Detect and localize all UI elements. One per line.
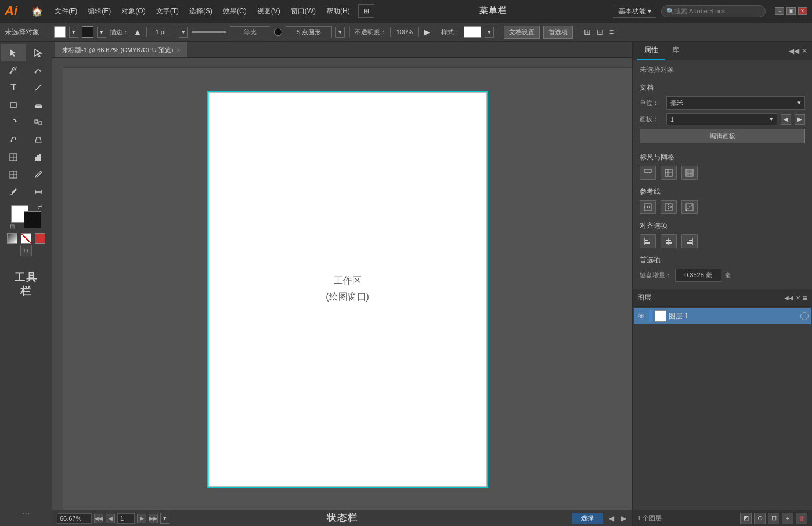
- layer-visibility-icon[interactable]: 👁: [636, 312, 647, 320]
- tab-library[interactable]: 库: [665, 42, 686, 60]
- align-left-btn[interactable]: [640, 234, 656, 248]
- rect-tool[interactable]: [1, 96, 26, 114]
- eyedropper-tool[interactable]: [1, 183, 26, 201]
- menu-view[interactable]: 视图(V): [252, 4, 285, 19]
- more-tools-btn[interactable]: ···: [20, 506, 32, 521]
- eraser-tool[interactable]: [26, 96, 51, 114]
- close-button[interactable]: ✕: [798, 7, 807, 15]
- prev-page-btn[interactable]: ◀◀: [94, 514, 103, 523]
- more-icon-btn[interactable]: ≡: [608, 26, 615, 38]
- gradient-btn[interactable]: [7, 233, 17, 244]
- menu-select[interactable]: 选择(S): [185, 4, 217, 19]
- align-icon-btn[interactable]: ⊟: [596, 26, 605, 38]
- workspace-icon-btn[interactable]: ⊞: [358, 4, 374, 18]
- artboard-next-btn[interactable]: ▶: [795, 114, 805, 125]
- pen-tool[interactable]: [1, 61, 26, 79]
- status-left-nav[interactable]: ◀: [608, 514, 615, 523]
- type-tool[interactable]: T: [1, 79, 26, 96]
- line-segment-tool[interactable]: [26, 79, 51, 96]
- guide-icon-btn1[interactable]: [640, 200, 656, 214]
- fill-dropdown[interactable]: ▾: [69, 27, 78, 38]
- menu-effect[interactable]: 效果(C): [218, 4, 251, 19]
- keyboard-value[interactable]: 0.3528 毫: [675, 269, 721, 282]
- blend-tool[interactable]: [26, 114, 51, 131]
- mesh-tool[interactable]: [1, 148, 26, 166]
- pixel-grid-icon-btn[interactable]: [681, 166, 698, 180]
- swap-colors-btn[interactable]: ⇌: [38, 204, 42, 211]
- panel-collapse-btn[interactable]: ◀◀: [789, 47, 799, 55]
- layer-item[interactable]: 👁 图层 1: [634, 308, 811, 324]
- menu-type[interactable]: 文字(T): [151, 4, 183, 19]
- stroke-color-swatch[interactable]: [24, 211, 41, 228]
- point-dropdown[interactable]: ▾: [335, 27, 345, 38]
- stroke-up-btn[interactable]: ▲: [132, 26, 143, 38]
- layers-close-btn[interactable]: ✕: [796, 295, 800, 301]
- grid-icon-btn[interactable]: [661, 166, 677, 180]
- working-canvas[interactable]: 工作区 (绘图窗口): [63, 68, 632, 510]
- new-sublayer-btn[interactable]: +: [782, 513, 793, 524]
- ruler-icon-btn[interactable]: [640, 166, 656, 180]
- page-input[interactable]: 1: [117, 513, 135, 524]
- layers-menu-btn[interactable]: ≡: [803, 293, 807, 303]
- collect-in-new-layer-btn[interactable]: ⊞: [768, 513, 779, 524]
- home-icon-btn[interactable]: 🏠: [31, 6, 43, 17]
- warp-tool[interactable]: [1, 131, 26, 148]
- selection-tool[interactable]: [1, 44, 26, 61]
- perspective-tool[interactable]: [26, 131, 51, 148]
- delete-layer-btn[interactable]: 🗑: [796, 513, 807, 524]
- curvature-tool[interactable]: [26, 61, 51, 79]
- doc-settings-button[interactable]: 文档设置: [504, 26, 540, 39]
- minimize-button[interactable]: －: [775, 7, 784, 15]
- layer-target-btn[interactable]: [800, 312, 809, 320]
- opacity-more-btn[interactable]: ▶: [423, 26, 431, 38]
- guide-icon-btn3[interactable]: [681, 200, 698, 214]
- make-clipping-mask-btn[interactable]: ◩: [740, 513, 752, 524]
- prev-btn[interactable]: ◀: [106, 514, 115, 523]
- document-tab[interactable]: 未标题-1 @ 66.67% (CMYK/GPU 预览) ×: [55, 42, 187, 57]
- align-right-btn[interactable]: [681, 234, 698, 248]
- restore-button[interactable]: ▣: [786, 7, 796, 15]
- stroke-dropdown[interactable]: ▾: [97, 27, 106, 38]
- menu-window[interactable]: 窗口(W): [286, 4, 320, 19]
- search-bar[interactable]: 🔍 搜索 Adobe Stock: [661, 5, 766, 17]
- rotate-tool[interactable]: [1, 114, 26, 131]
- preferences-button[interactable]: 首选项: [543, 26, 573, 39]
- point-value[interactable]: 5 点圆形: [286, 26, 332, 38]
- locate-object-btn[interactable]: ⊕: [754, 513, 766, 524]
- stroke-unit-dropdown[interactable]: ▾: [179, 27, 188, 38]
- stroke-swatch[interactable]: [82, 26, 93, 38]
- opacity-value[interactable]: 100%: [390, 27, 419, 37]
- layers-collapse-btn[interactable]: ◀◀: [784, 295, 793, 301]
- reset-colors-btn[interactable]: ⊡: [10, 223, 15, 230]
- menu-object[interactable]: 对象(O): [117, 4, 150, 19]
- zoom-input[interactable]: 66.67%: [57, 513, 92, 524]
- status-right-nav[interactable]: ▶: [620, 514, 627, 523]
- slice-tool[interactable]: [1, 166, 26, 183]
- next-page-btn[interactable]: ▶▶: [149, 514, 158, 523]
- guide-icon-btn2[interactable]: [661, 200, 677, 214]
- edit-artboard-button[interactable]: 编辑画板: [640, 129, 805, 143]
- stroke-style-dropdown[interactable]: 等比: [230, 26, 270, 38]
- direct-selection-tool[interactable]: [26, 44, 51, 61]
- tab-close-btn[interactable]: ×: [176, 47, 180, 53]
- tab-properties[interactable]: 属性: [637, 42, 665, 60]
- style-swatch[interactable]: [464, 26, 481, 38]
- fill-swatch[interactable]: [54, 26, 66, 38]
- style-dropdown[interactable]: ▾: [485, 27, 494, 38]
- align-center-btn[interactable]: [661, 234, 677, 248]
- artboard-dropdown[interactable]: 1 ▾: [666, 113, 777, 125]
- next-btn[interactable]: ▶: [137, 514, 146, 523]
- screen-mode-btn[interactable]: ⊡: [20, 245, 32, 256]
- menu-file[interactable]: 文件(F): [50, 4, 82, 19]
- none-color-btn[interactable]: [21, 233, 31, 244]
- menu-help[interactable]: 帮助(H): [322, 4, 355, 19]
- chart-tool[interactable]: [26, 148, 51, 166]
- swatch-color-btn[interactable]: [35, 233, 45, 244]
- stroke-value[interactable]: 1 pt: [146, 27, 175, 37]
- panel-close-btn[interactable]: ✕: [802, 47, 807, 55]
- artboard-prev-btn[interactable]: ◀: [781, 114, 791, 125]
- unit-dropdown[interactable]: 毫米 ▾: [666, 96, 805, 110]
- menu-edit[interactable]: 编辑(E): [83, 4, 116, 19]
- measure-tool[interactable]: [26, 183, 51, 201]
- status-select-label[interactable]: 选择: [572, 513, 603, 524]
